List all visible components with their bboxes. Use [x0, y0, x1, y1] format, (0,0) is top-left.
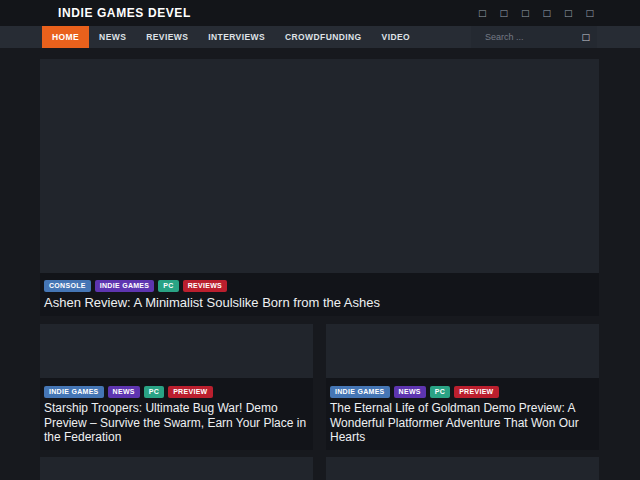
tag-console[interactable]: CONSOLE: [44, 280, 91, 292]
article-grid-row: [40, 457, 599, 480]
tag-list: INDIE GAMES NEWS PC PREVIEW: [330, 386, 595, 398]
social-icon[interactable]: □: [585, 9, 594, 18]
social-icon[interactable]: □: [521, 9, 530, 18]
article-card-caption: INDIE GAMES NEWS PC PREVIEW Starship Tro…: [40, 378, 313, 450]
search-box: □: [471, 26, 597, 48]
article-card-image[interactable]: [326, 457, 599, 480]
article-card-image[interactable]: [40, 457, 313, 480]
social-icon[interactable]: □: [564, 9, 573, 18]
tag-list: CONSOLE INDIE GAMES PC REVIEWS: [44, 280, 595, 292]
featured-article-title[interactable]: Ashen Review: A Minimalist Soulslike Bor…: [44, 295, 595, 311]
nav-item-home[interactable]: HOME: [42, 26, 89, 48]
article-card-image[interactable]: [326, 324, 599, 378]
tag-news[interactable]: NEWS: [394, 386, 426, 398]
main-nav: HOME NEWS REVIEWS INTERVIEWS CROWDFUNDIN…: [0, 26, 640, 48]
search-icon[interactable]: □: [581, 33, 597, 42]
article-card-image[interactable]: [40, 324, 313, 378]
nav-item-reviews[interactable]: REVIEWS: [136, 26, 198, 48]
social-icon[interactable]: □: [478, 9, 487, 18]
nav-item-interviews[interactable]: INTERVIEWS: [198, 26, 275, 48]
site-header: INDIE GAMES DEVEL □ □ □ □ □ □: [0, 0, 640, 26]
tag-preview[interactable]: PREVIEW: [454, 386, 498, 398]
main-content: CONSOLE INDIE GAMES PC REVIEWS Ashen Rev…: [0, 48, 640, 480]
article-card-caption: INDIE GAMES NEWS PC PREVIEW The Eternal …: [326, 378, 599, 450]
tag-indie-games[interactable]: INDIE GAMES: [330, 386, 390, 398]
article-card: INDIE GAMES NEWS PC PREVIEW The Eternal …: [326, 324, 599, 450]
tag-preview[interactable]: PREVIEW: [168, 386, 212, 398]
nav-item-crowdfunding[interactable]: CROWDFUNDING: [275, 26, 372, 48]
tag-news[interactable]: NEWS: [108, 386, 140, 398]
featured-article-image[interactable]: [40, 59, 599, 273]
tag-pc[interactable]: PC: [430, 386, 450, 398]
social-links: □ □ □ □ □ □: [478, 9, 594, 18]
social-icon[interactable]: □: [542, 9, 551, 18]
nav-item-video[interactable]: VIDEO: [372, 26, 420, 48]
search-input[interactable]: [471, 32, 581, 42]
article-card-title[interactable]: The Eternal Life of Goldman Demo Preview…: [330, 401, 595, 445]
tag-list: INDIE GAMES NEWS PC PREVIEW: [44, 386, 309, 398]
tag-indie-games[interactable]: INDIE GAMES: [44, 386, 104, 398]
tag-pc[interactable]: PC: [158, 280, 178, 292]
nav-item-news[interactable]: NEWS: [89, 26, 136, 48]
featured-article-caption: CONSOLE INDIE GAMES PC REVIEWS Ashen Rev…: [40, 273, 599, 316]
social-icon[interactable]: □: [499, 9, 508, 18]
featured-article: CONSOLE INDIE GAMES PC REVIEWS Ashen Rev…: [40, 59, 599, 316]
tag-pc[interactable]: PC: [144, 386, 164, 398]
article-card-title[interactable]: Starship Troopers: Ultimate Bug War! Dem…: [44, 401, 309, 445]
tag-indie-games[interactable]: INDIE GAMES: [95, 280, 155, 292]
article-grid-row: INDIE GAMES NEWS PC PREVIEW Starship Tro…: [40, 324, 599, 450]
site-logo[interactable]: INDIE GAMES DEVEL: [58, 6, 191, 20]
tag-reviews[interactable]: REVIEWS: [183, 280, 227, 292]
article-card: INDIE GAMES NEWS PC PREVIEW Starship Tro…: [40, 324, 313, 450]
